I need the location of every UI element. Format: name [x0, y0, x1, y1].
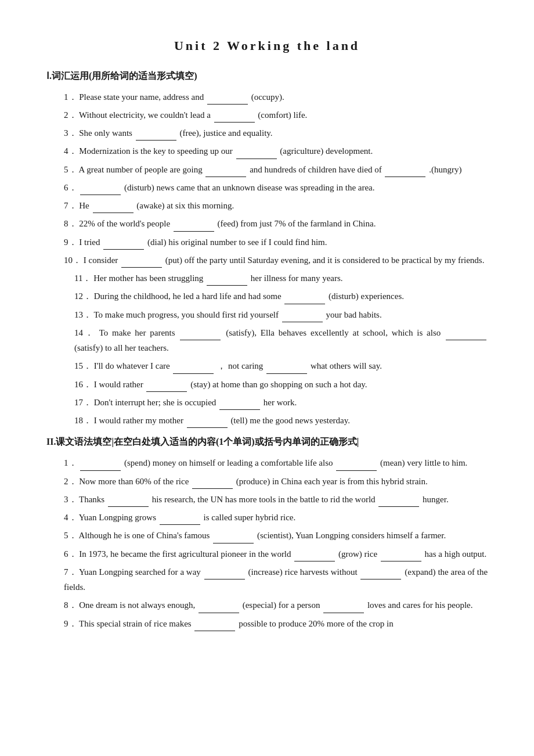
item-after: (dial) his original number to see if I c… [147, 237, 327, 247]
item-num: 4． [64, 513, 77, 522]
blank [174, 215, 214, 231]
item-num: 7． [64, 567, 77, 577]
item-after2: (mean) very little to him. [380, 458, 467, 467]
item-after: possible to produce 20% more of the crop… [239, 619, 394, 628]
item-after: and hundreds of children have died of [250, 165, 384, 174]
list-item: 12． During the childhood, he led a hard … [46, 288, 488, 304]
blank2 [266, 358, 307, 373]
blank [284, 288, 325, 304]
item-after: (spend) money on himself or leading a co… [124, 458, 335, 467]
blank2 [378, 491, 419, 507]
blank [236, 143, 277, 159]
item-text: I would rather [94, 380, 146, 389]
item-after: (put) off the party until Saturday eveni… [165, 255, 485, 265]
item-after2: .(hungry) [429, 165, 461, 174]
item-after2: loves and cares for his people. [367, 600, 473, 610]
item-after: (tell) me the good news yesterday. [230, 416, 350, 425]
section1-heading: Ⅰ.词汇运用(用所给词的适当形式填空) [46, 68, 488, 84]
item-text: Without electricity, we couldn't lead a [79, 110, 213, 120]
item-after: (produce) in China each year is from thi… [236, 477, 428, 486]
list-item: 14． To make her parents (satisfy), Ella … [46, 325, 488, 356]
blank [294, 546, 335, 561]
item-text: She only wants [79, 128, 134, 138]
list-item: 17． Don't interrupt her; she is occupied… [46, 394, 488, 410]
item-after: (occupy). [251, 92, 284, 102]
blank [207, 89, 248, 105]
item-after2: (satisfy) to all her teachers. [74, 343, 169, 352]
item-num: 10． [64, 255, 81, 265]
list-item: 8． One dream is not always enough, (espe… [46, 597, 488, 613]
item-num: 8． [64, 219, 77, 228]
list-item: 9． This special strain of rice makes pos… [46, 615, 488, 631]
item-num: 9． [64, 619, 77, 628]
list-item: 9． I tried (dial) his original number to… [46, 234, 488, 250]
list-item: 5． Although he is one of China's famous … [46, 527, 488, 543]
item-text: Modernization is the key to speeding up … [79, 146, 234, 156]
item-text: A great number of people are going [78, 165, 204, 174]
item-text: I tried [79, 237, 102, 247]
list-item: 3． She only wants (free), justice and eq… [46, 125, 488, 141]
item-text: I would rather my mother [94, 416, 186, 425]
item-num: 8． [64, 600, 77, 610]
item-after: (awake) at six this morning. [136, 201, 234, 210]
item-num: 15． [74, 361, 92, 370]
blank2 [360, 564, 401, 579]
item-after: (feed) from just 7% of the farmland in C… [218, 219, 376, 228]
item-num: 6． [64, 183, 77, 192]
page-title: Unit 2 Working the land [46, 35, 488, 57]
blank [385, 161, 425, 177]
blank [121, 252, 162, 268]
item-text: This special strain of rice makes [79, 619, 193, 628]
blank [146, 376, 187, 392]
item-after: your bad habits. [326, 310, 381, 319]
item-text: Thanks [79, 495, 107, 504]
blank [136, 125, 176, 141]
item-after: (disturb) news came that an unknown dise… [124, 183, 375, 192]
item-num: 17． [74, 398, 92, 407]
blank [199, 597, 239, 613]
item-text: One dream is not always enough, [79, 600, 197, 610]
section2-heading: II.课文语法填空|在空白处填入适当的内容(1个单词)或括号内单词的正确形式| [46, 434, 488, 450]
list-item: 8． 22% of the world's people (feed) from… [46, 215, 488, 231]
list-item: 4． Yuan Longping grows is called super h… [46, 509, 488, 525]
item-num: 18． [74, 416, 92, 425]
item-text: Yuan Longping searched for a way [79, 567, 203, 577]
item-text: I consider [84, 255, 120, 265]
item-num: 2． [64, 477, 77, 486]
blank2 [323, 597, 364, 613]
blank [213, 527, 254, 543]
item-text: Her mother has been struggling [93, 273, 205, 283]
item-text: To make much progress, you should first … [93, 310, 280, 319]
blank [187, 412, 228, 428]
list-item: 3． Thanks his research, the UN has more … [46, 491, 488, 507]
item-num: 5． [64, 531, 77, 540]
blank [219, 394, 260, 410]
item-after: (increase) rice harvests without [248, 567, 360, 577]
item-after: (free), justice and equality. [179, 128, 272, 138]
item-after: (scientist), Yuan Longping considers him… [257, 531, 446, 540]
item-num: 5． [64, 165, 77, 174]
list-item: 15． I'll do whatever I care ， not caring… [46, 358, 488, 373]
item-num: 16． [74, 380, 92, 389]
list-item: 11． Her mother has been struggling her i… [46, 270, 488, 286]
blank [103, 234, 144, 250]
list-item: 6． In 1973, he became the first agricult… [46, 546, 488, 561]
item-after2: hunger. [423, 495, 449, 504]
blank2 [381, 546, 421, 561]
list-item: 10． I consider (put) off the party until… [46, 252, 488, 268]
blank [80, 179, 121, 195]
item-num: 3． [64, 128, 77, 138]
list-item: 1． Please state your name, address and (… [46, 89, 488, 105]
list-item: 6． (disturb) news came that an unknown d… [46, 179, 488, 195]
item-after: (comfort) life. [258, 110, 307, 120]
blank2 [336, 455, 377, 470]
item-num: 11． [74, 273, 91, 283]
list-item: 2． Now more than 60% of the rice (produc… [46, 473, 488, 489]
item-num: 12． [74, 291, 92, 301]
item-text: Don't interrupt her; she is occupied [94, 398, 218, 407]
item-text: To make her parents [99, 328, 179, 337]
blank [93, 197, 134, 213]
item-num: 3． [64, 495, 77, 504]
item-num: 7． [64, 201, 77, 210]
blank [80, 455, 121, 470]
